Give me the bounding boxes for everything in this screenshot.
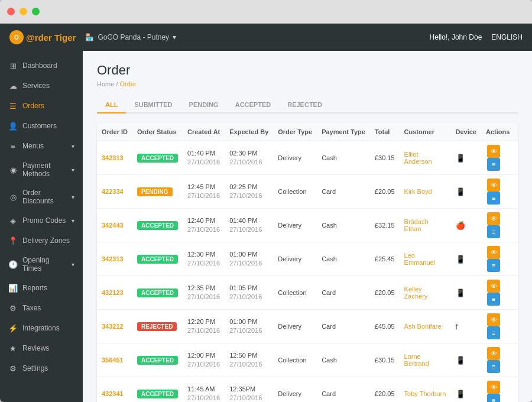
cell-total: £20.05: [370, 276, 400, 310]
cell-status: ACCEPTED: [132, 141, 183, 175]
store-selector[interactable]: 🏪 GoGO Panda - Putney ▾: [85, 33, 176, 41]
col-order-type: Order Type: [273, 123, 317, 141]
tab-accepted[interactable]: ACCEPTED: [227, 97, 280, 114]
cell-order-id[interactable]: 356451: [97, 343, 132, 377]
view-action[interactable]: 👁: [487, 145, 500, 158]
tab-submitted[interactable]: SUBMITTED: [126, 97, 180, 114]
cell-type: Delivery: [273, 209, 317, 242]
cell-expected: 01:40 PM27/10/2016: [225, 209, 273, 242]
sidebar-item-reviews[interactable]: ★ Reviews: [0, 338, 83, 358]
view-action[interactable]: 👁: [487, 212, 500, 225]
tab-pending[interactable]: PENDING: [181, 97, 227, 114]
cell-customer[interactable]: Elliot Anderson: [400, 141, 451, 175]
cell-status: ACCEPTED: [132, 276, 183, 310]
cell-actions: 👁 ≡: [481, 141, 518, 175]
cell-created: 12:30 PM27/10/2016: [183, 242, 225, 276]
orders-table: Order ID Order Status Created At Expecte…: [97, 123, 518, 402]
taxes-icon: ⚙: [8, 303, 18, 313]
sidebar-label-reviews: Reviews: [22, 344, 74, 352]
menu-action[interactable]: ≡: [487, 259, 500, 272]
sidebar-label-opening: Opening Times: [22, 256, 67, 273]
user-greeting[interactable]: Hello!, John Doe: [430, 33, 482, 41]
maximize-button[interactable]: [32, 8, 40, 15]
sidebar-item-settings[interactable]: ⚙ Settings: [0, 358, 83, 378]
breadcrumb: Home / Order: [97, 80, 518, 87]
table-row: 356451 ACCEPTED 12:00 PM27/10/2016 12:50…: [97, 343, 518, 377]
cell-created: 12:45 PM27/10/2016: [183, 175, 225, 209]
table-row: 432341 ACCEPTED 11:45 AM27/10/2016 12:35…: [97, 377, 518, 403]
cell-order-id[interactable]: 432341: [97, 377, 132, 403]
sidebar-item-services[interactable]: ☁ Services: [0, 76, 83, 96]
cell-customer[interactable]: Ash Bonifare: [400, 310, 451, 343]
cell-total: £20.05: [370, 175, 400, 209]
menu-action[interactable]: ≡: [487, 394, 500, 402]
customers-icon: 👤: [8, 121, 18, 131]
sidebar-item-dashboard[interactable]: ⊞ Dashboard: [0, 56, 83, 76]
cell-customer[interactable]: Kelley Zachery: [400, 276, 451, 310]
sidebar-item-order-discounts[interactable]: ◎ Order Discounts ▾: [0, 183, 83, 210]
page-title: Order: [97, 63, 518, 78]
sidebar-item-payment-methods[interactable]: ◉ Payment Methods ▾: [0, 156, 83, 183]
menu-action[interactable]: ≡: [487, 192, 500, 205]
view-action[interactable]: 👁: [487, 381, 500, 394]
promo-icon: ◈: [8, 216, 18, 225]
sidebar-item-delivery-zones[interactable]: 📍 Delivery Zones: [0, 231, 83, 251]
cell-order-id[interactable]: 343212: [97, 310, 132, 343]
promo-arrow-icon: ▾: [72, 218, 74, 224]
sidebar-label-customers: Customers: [22, 122, 74, 130]
sidebar-item-opening-times[interactable]: 🕐 Opening Times ▾: [0, 251, 83, 278]
view-action[interactable]: 👁: [487, 246, 500, 259]
cell-customer[interactable]: Toby Thorburn: [400, 377, 451, 403]
menu-action[interactable]: ≡: [487, 225, 500, 238]
cell-order-id[interactable]: 342443: [97, 209, 132, 242]
cell-status: ACCEPTED: [132, 343, 183, 377]
opening-times-icon: 🕐: [8, 260, 18, 269]
sidebar-item-orders[interactable]: ☰ Orders: [0, 96, 83, 116]
cell-customer[interactable]: Kirk Boyd: [400, 175, 451, 209]
sidebar-label-discounts: Order Discounts: [22, 189, 67, 205]
cell-customer[interactable]: Leo Emmanuel: [400, 242, 451, 276]
col-customer: Customer: [400, 123, 451, 141]
sidebar-label-menus: Menus: [22, 142, 67, 150]
cell-actions: 👁 ≡: [481, 242, 518, 276]
close-button[interactable]: [7, 8, 15, 15]
tab-rejected[interactable]: REJECTED: [279, 97, 330, 114]
menu-action[interactable]: ≡: [487, 293, 500, 306]
cell-order-id[interactable]: 342313: [97, 242, 132, 276]
cell-customer[interactable]: Brádach Ethan: [400, 209, 451, 242]
sidebar-item-menus[interactable]: ≡ Menus ▾: [0, 136, 83, 156]
logo: O @rder Tiger: [9, 30, 76, 44]
sidebar-item-customers[interactable]: 👤 Customers: [0, 116, 83, 136]
breadcrumb-home[interactable]: Home: [97, 80, 114, 87]
cell-actions: 👁 ≡: [481, 209, 518, 242]
sidebar-item-integrations[interactable]: ⚡ Integrations: [0, 318, 83, 338]
table-row: 343212 REJECTED 12:20 PM27/10/2016 01:00…: [97, 310, 518, 343]
view-action[interactable]: 👁: [487, 313, 500, 326]
view-action[interactable]: 👁: [487, 347, 500, 360]
cell-customer[interactable]: Lorne Bertrand: [400, 343, 451, 377]
menu-action[interactable]: ≡: [487, 360, 500, 373]
view-action[interactable]: 👁: [487, 280, 500, 293]
cell-expected: 12:35PM27/10/2016: [225, 377, 273, 403]
col-actions: Actions: [481, 123, 518, 141]
sidebar-item-taxes[interactable]: ⚙ Taxes: [0, 298, 83, 318]
cell-created: 12:40 PM27/10/2016: [183, 209, 225, 242]
sidebar-item-reports[interactable]: 📊 Reports: [0, 278, 83, 298]
menu-action[interactable]: ≡: [487, 326, 500, 339]
minimize-button[interactable]: [20, 8, 27, 15]
cell-type: Collection: [273, 343, 317, 377]
tab-all[interactable]: ALL: [97, 97, 126, 114]
menu-action[interactable]: ≡: [487, 158, 500, 171]
table-row: 342313 ACCEPTED 12:30 PM27/10/2016 01:00…: [97, 242, 518, 276]
cell-order-id[interactable]: 342313: [97, 141, 132, 175]
view-action[interactable]: 👁: [487, 179, 500, 192]
breadcrumb-current: Order: [120, 80, 137, 87]
cell-total: £45.05: [370, 310, 400, 343]
cell-type: Delivery: [273, 141, 317, 175]
sidebar-item-promo-codes[interactable]: ◈ Promo Codes ▾: [0, 210, 83, 231]
cell-order-id[interactable]: 432123: [97, 276, 132, 310]
cell-order-id[interactable]: 422334: [97, 175, 132, 209]
lang-selector[interactable]: ENGLISH: [491, 33, 523, 41]
reports-icon: 📊: [8, 283, 18, 293]
store-icon: 🏪: [85, 33, 94, 41]
